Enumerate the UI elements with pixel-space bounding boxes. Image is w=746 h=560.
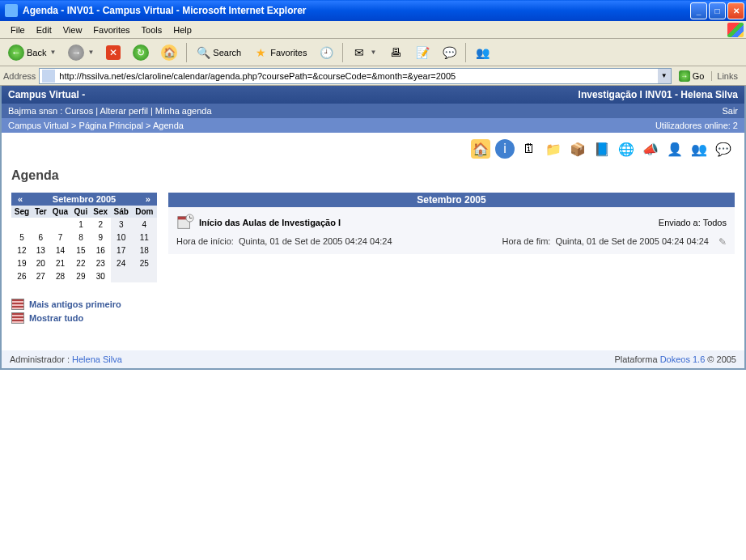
window-title: Agenda - INV01 - Campus Virtual - Micros… — [21, 5, 690, 16]
breadcrumb-item[interactable]: Página Principal — [79, 121, 144, 130]
admin-name[interactable]: Helena Silva — [72, 354, 122, 364]
show-all-link[interactable]: Mostrar tudo — [11, 312, 157, 324]
dropbox-tool-icon[interactable]: 📦 — [568, 139, 587, 159]
go-button[interactable]: → Go — [675, 69, 709, 83]
calendar-cell[interactable]: 23 — [91, 257, 111, 269]
calendar-cell[interactable]: 20 — [32, 257, 49, 269]
calendar-cell[interactable]: 10 — [111, 231, 132, 244]
calendar-month: Setembro 2005 — [53, 194, 116, 204]
links-tool-icon[interactable]: 🌐 — [617, 139, 636, 159]
address-input-container: ▼ — [39, 68, 671, 84]
calendar-cell[interactable]: 26 — [11, 269, 32, 282]
page-title: Agenda — [11, 168, 735, 183]
mail-button[interactable]: ✉▼ — [347, 42, 381, 63]
calendar-cell[interactable]: 14 — [49, 244, 71, 257]
calendar-cell[interactable]: 30 — [91, 269, 111, 282]
refresh-button[interactable]: ↻ — [128, 41, 154, 64]
menu-favorites[interactable]: Favorites — [87, 23, 135, 36]
agenda-event-icon — [176, 214, 194, 231]
star-icon: ★ — [253, 45, 268, 60]
menu-file[interactable]: File — [5, 23, 31, 36]
home-tool-icon[interactable]: 🏠 — [471, 139, 490, 159]
calendar-links: Mais antigos primeiro Mostrar tudo — [11, 299, 157, 324]
calendar-cell[interactable]: 28 — [49, 269, 71, 282]
nav-link[interactable]: Cursos — [65, 106, 93, 116]
links-label[interactable]: Links — [711, 71, 743, 81]
calendar-cell[interactable]: 9 — [91, 231, 111, 244]
edit-event-icon[interactable]: ✎ — [718, 236, 727, 248]
calendar-cell[interactable]: 13 — [32, 244, 49, 257]
event-title: Início das Aulas de Investigação I — [199, 218, 341, 227]
agenda-tool-icon[interactable]: 🗓 — [519, 139, 539, 159]
edit-button[interactable]: 📝 — [410, 42, 434, 63]
event-start: Hora de início: Quinta, 01 de Set de 200… — [176, 236, 392, 248]
breadcrumb-item[interactable]: Campus Virtual — [8, 121, 69, 130]
history-button[interactable]: 🕘 — [314, 42, 338, 63]
calendar-cell[interactable]: 22 — [71, 257, 91, 269]
close-button[interactable]: ✕ — [727, 2, 744, 19]
discuss-button[interactable]: 💬 — [437, 42, 461, 63]
addressbar: Address ▼ → Go Links — [0, 66, 746, 86]
calendar-cell[interactable]: 18 — [132, 244, 157, 257]
menu-edit[interactable]: Edit — [31, 23, 57, 36]
back-label: Back — [27, 48, 46, 57]
calendar-cell[interactable]: 15 — [71, 244, 91, 257]
calendar-next[interactable]: » — [142, 194, 154, 204]
calendar-cell[interactable]: 19 — [11, 257, 32, 269]
calendar-cell[interactable]: 24 — [111, 257, 132, 269]
oldest-first-link[interactable]: Mais antigos primeiro — [11, 299, 157, 310]
calendar-cell[interactable]: 11 — [132, 231, 157, 244]
info-tool-icon[interactable]: i — [495, 139, 515, 159]
calendar-cell[interactable]: 7 — [49, 231, 71, 244]
calendar-cell[interactable]: 2 — [91, 218, 111, 231]
calendar-cell[interactable]: 27 — [32, 269, 49, 282]
calendar-cell[interactable]: 6 — [32, 231, 49, 244]
address-input[interactable] — [57, 71, 657, 81]
menu-help[interactable]: Help — [167, 23, 197, 36]
user-tool-icon[interactable]: 👤 — [665, 139, 685, 159]
breadcrumb-item[interactable]: Agenda — [153, 121, 184, 130]
end-label: Hora de fim: — [502, 236, 550, 248]
platform-name[interactable]: Dokeos 1.6 — [660, 354, 706, 364]
groups-tool-icon[interactable]: 👥 — [689, 139, 709, 159]
calendar-cell[interactable]: 21 — [49, 257, 71, 269]
menu-tools[interactable]: Tools — [136, 23, 168, 36]
platform-label: Plataforma — [614, 354, 657, 364]
home-button[interactable]: 🏠 — [156, 41, 182, 64]
search-button[interactable]: 🔍 Search — [191, 42, 246, 63]
announce-tool-icon[interactable]: 📣 — [641, 139, 660, 159]
calendar-cell — [11, 218, 32, 231]
minimize-button[interactable]: _ — [690, 2, 707, 19]
calendar-cell[interactable]: 8 — [71, 231, 91, 244]
columns: « Setembro 2005 » SegTerQuaQuiSexSábDom … — [11, 193, 735, 326]
calendar-cell[interactable]: 12 — [11, 244, 32, 257]
calendar-prev[interactable]: « — [15, 194, 26, 204]
calendar-cell[interactable]: 4 — [132, 218, 157, 231]
calendar-cell[interactable]: 3 — [111, 218, 132, 231]
calendar-cell[interactable]: 25 — [132, 257, 157, 269]
messenger-button[interactable]: 👥 — [470, 42, 494, 63]
calendar-cell[interactable]: 1 — [71, 218, 91, 231]
scorm-tool-icon[interactable]: 📘 — [592, 139, 612, 159]
print-icon: 🖶 — [388, 45, 403, 60]
docs-tool-icon[interactable]: 📁 — [544, 139, 563, 159]
logout-link[interactable]: Sair — [722, 106, 738, 116]
calendar-cell[interactable]: 29 — [71, 269, 91, 282]
calendar-cell[interactable]: 17 — [111, 244, 132, 257]
nav-link[interactable]: Bajrma snsn — [8, 106, 57, 116]
calendar-day-header: Seg — [11, 206, 32, 218]
back-button[interactable]: ← Back ▼ — [3, 41, 61, 64]
nav-link[interactable]: Alterar perfil — [100, 106, 148, 116]
go-icon: → — [679, 70, 690, 82]
nav-link[interactable]: Minha agenda — [155, 106, 212, 116]
address-dropdown[interactable]: ▼ — [658, 69, 671, 83]
calendar-cell[interactable]: 16 — [91, 244, 111, 257]
favorites-button[interactable]: ★ Favorites — [248, 42, 312, 63]
print-button[interactable]: 🖶 — [384, 42, 408, 63]
menu-view[interactable]: View — [57, 23, 88, 36]
chat-tool-icon[interactable]: 💬 — [714, 139, 733, 159]
stop-button[interactable]: ✕ — [101, 42, 125, 63]
maximize-button[interactable]: □ — [709, 2, 726, 19]
forward-button[interactable]: → ▼ — [63, 41, 99, 64]
calendar-cell[interactable]: 5 — [11, 231, 32, 244]
